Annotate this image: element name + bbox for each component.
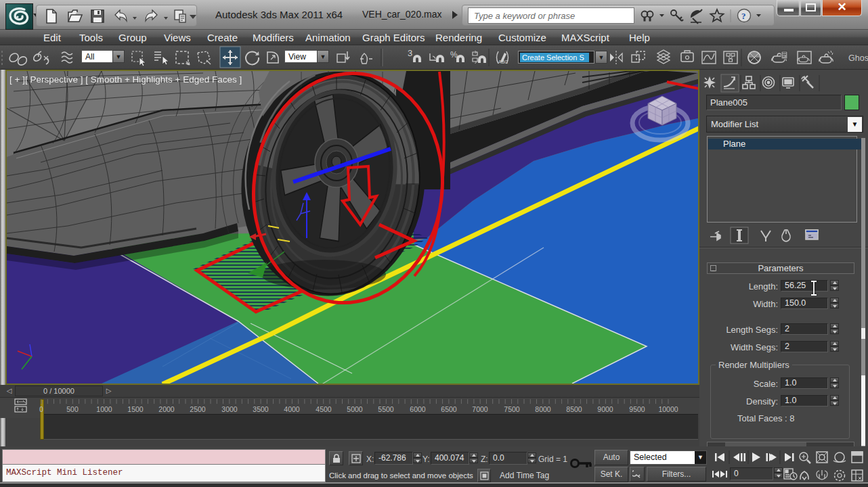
svg-text:8500: 8500 bbox=[566, 405, 582, 413]
svg-text:7000: 7000 bbox=[472, 405, 488, 413]
svg-text:7500: 7500 bbox=[504, 405, 520, 413]
svg-text:9500: 9500 bbox=[629, 405, 645, 413]
svg-text:2000: 2000 bbox=[158, 405, 175, 413]
svg-text:4500: 4500 bbox=[316, 405, 332, 413]
svg-text:3: 3 bbox=[408, 48, 412, 58]
svg-text:3000: 3000 bbox=[221, 405, 238, 413]
svg-text:5500: 5500 bbox=[378, 405, 394, 413]
svg-text:ABC: ABC bbox=[498, 60, 508, 64]
svg-text:4000: 4000 bbox=[284, 405, 300, 413]
svg-text:8000: 8000 bbox=[535, 405, 551, 413]
svg-text:9000: 9000 bbox=[597, 405, 613, 413]
svg-text:5000: 5000 bbox=[347, 405, 363, 413]
svg-text:2500: 2500 bbox=[190, 405, 206, 413]
svg-text:6000: 6000 bbox=[410, 405, 426, 413]
svg-text:10000: 10000 bbox=[658, 405, 678, 413]
svg-text:3500: 3500 bbox=[253, 405, 269, 413]
svg-text:6500: 6500 bbox=[441, 405, 457, 413]
svg-text:0: 0 bbox=[39, 405, 43, 413]
svg-text:[ + ][ Perspective ] [ Smooth: [ + ][ Perspective ] [ Smooth + Highligh… bbox=[9, 74, 242, 85]
svg-text:Ghost: Ghost bbox=[848, 53, 868, 63]
svg-text:1500: 1500 bbox=[127, 405, 144, 413]
svg-text:1000: 1000 bbox=[96, 405, 112, 413]
svg-text:?: ? bbox=[741, 11, 746, 21]
svg-text:500: 500 bbox=[66, 405, 79, 413]
